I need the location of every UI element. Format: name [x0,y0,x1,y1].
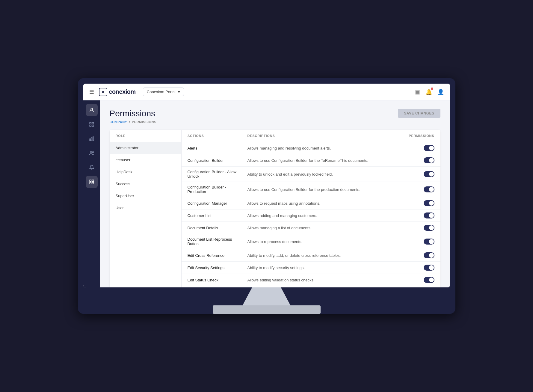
action-name: Configuration Manager [188,201,247,206]
col-permissions: PERMISSIONS [398,134,434,138]
action-name: Edit Security Settings [188,266,247,270]
toggle-knob [429,225,434,230]
svg-rect-12 [90,183,91,184]
role-item[interactable]: Administrator [110,142,181,154]
sidebar-item-profile[interactable] [86,104,98,116]
role-item[interactable]: HelpDesk [110,166,181,178]
sidebar-item-analytics[interactable] [86,133,98,145]
role-item[interactable]: SuperUser [110,190,181,202]
col-actions: ACTIONS [188,134,247,138]
action-row: Document List Reprocess ButtonAllows to … [182,234,440,249]
toggle-knob [429,253,434,258]
permission-toggle[interactable] [424,252,434,258]
notification-badge [431,88,433,90]
svg-point-8 [90,151,92,153]
role-item[interactable]: User [110,202,181,214]
sidebar-item-alerts[interactable] [86,162,98,174]
action-toggle-container [398,157,434,163]
content-area: Permissions COMPANY / PERMISSIONS SAVE C… [100,100,450,287]
toggle-knob [429,239,434,244]
screen-icon[interactable]: ▣ [415,89,420,95]
action-toggle-container [398,239,434,245]
permission-toggle[interactable] [424,225,434,231]
actions-table: ACTIONS DESCRIPTIONS PERMISSIONS AlertsA… [182,130,440,287]
action-row: Document DetailsAllows managing a list o… [182,222,440,234]
sidebar-item-users[interactable] [86,147,98,159]
svg-rect-6 [91,138,92,141]
role-item[interactable]: ecmuser [110,154,181,166]
action-toggle-container [398,145,434,151]
action-description: Allows to use Configuration Builder for … [247,187,398,192]
action-toggle-container [398,277,434,283]
permission-toggle[interactable] [424,239,434,245]
action-row: Edit Security SettingsAbility to modify … [182,262,440,274]
action-description: Allows managing a list of documents. [247,226,398,230]
permission-toggle[interactable] [424,212,434,218]
action-toggle-container [398,212,434,218]
toggle-knob [429,187,434,192]
logo: × conexiom [99,88,136,96]
action-row: AlertsAllows managing and resolving docu… [182,142,440,154]
action-description: Allows to reprocess documents. [247,239,398,244]
svg-rect-1 [90,122,91,124]
portal-label: Conexiom Portal [147,90,176,94]
toggle-knob [429,146,434,150]
action-description: Allows managing and resolving document a… [247,146,398,150]
svg-rect-3 [90,125,91,126]
action-name: Edit Cross Reference [188,253,247,258]
portal-dropdown-icon: ▾ [178,90,180,94]
role-list: ROLE AdministratorecmuserHelpDeskSuccess… [110,130,182,287]
action-row: Configuration BuilderAllows to use Confi… [182,154,440,167]
permission-toggle[interactable] [424,157,434,163]
portal-selector[interactable]: Conexiom Portal ▾ [143,88,184,96]
action-description: Allows to use Configuration Builder for … [247,158,398,163]
svg-rect-7 [93,137,93,141]
logo-icon: × [99,88,107,96]
svg-rect-5 [90,139,90,141]
action-description: Allows editing validation status checks. [247,278,398,282]
breadcrumb-company[interactable]: COMPANY [110,120,127,124]
menu-icon[interactable]: ☰ [89,89,94,95]
breadcrumb-current: PERMISSIONS [132,120,156,124]
save-changes-button[interactable]: SAVE CHANGES [398,109,440,118]
role-item[interactable]: Success [110,178,181,190]
logo-text: conexiom [109,88,136,95]
action-row: Configuration Builder - Allow UnlockAbil… [182,167,440,182]
action-name: Edit Status Check [188,278,247,282]
permission-toggle[interactable] [424,171,434,177]
permission-toggle[interactable] [424,186,434,192]
action-row: Configuration Builder - ProductionAllows… [182,182,440,197]
permissions-panel: ROLE AdministratorecmuserHelpDeskSuccess… [110,130,440,287]
actions-header: ACTIONS DESCRIPTIONS PERMISSIONS [182,130,440,142]
user-icon[interactable]: 👤 [437,89,444,95]
action-description: Allows adding and managing customers. [247,213,398,218]
toggle-knob [429,158,434,163]
svg-point-9 [92,152,94,153]
action-name: Document List Reprocess Button [188,237,247,246]
action-name: Configuration Builder [188,158,247,163]
breadcrumb: COMPANY / PERMISSIONS [110,120,156,124]
toggle-knob [429,213,434,218]
action-toggle-container [398,200,434,206]
sidebar-item-permissions[interactable] [86,176,98,188]
permission-toggle[interactable] [424,265,434,271]
action-row: Edit Status CheckAllows editing validati… [182,274,440,286]
action-description: Ability to modify, add, or delete cross … [247,253,398,258]
toggle-knob [429,172,434,177]
svg-rect-4 [92,125,93,126]
action-row: ReadOnly Cross ReferenceGives a read onl… [182,286,440,287]
action-name: Alerts [188,146,247,150]
sidebar [83,100,100,287]
notifications-icon[interactable]: 🔔 [425,89,432,95]
breadcrumb-separator: / [129,120,130,124]
permission-toggle[interactable] [424,145,434,151]
action-name: Customer List [188,213,247,218]
action-toggle-container [398,265,434,271]
col-descriptions: DESCRIPTIONS [247,134,398,138]
action-row: Configuration ManagerAllows to request m… [182,197,440,209]
toggle-knob [429,265,434,270]
permission-toggle[interactable] [424,200,434,206]
role-list-header: ROLE [110,130,181,142]
sidebar-item-dashboard[interactable] [86,118,98,130]
permission-toggle[interactable] [424,277,434,283]
